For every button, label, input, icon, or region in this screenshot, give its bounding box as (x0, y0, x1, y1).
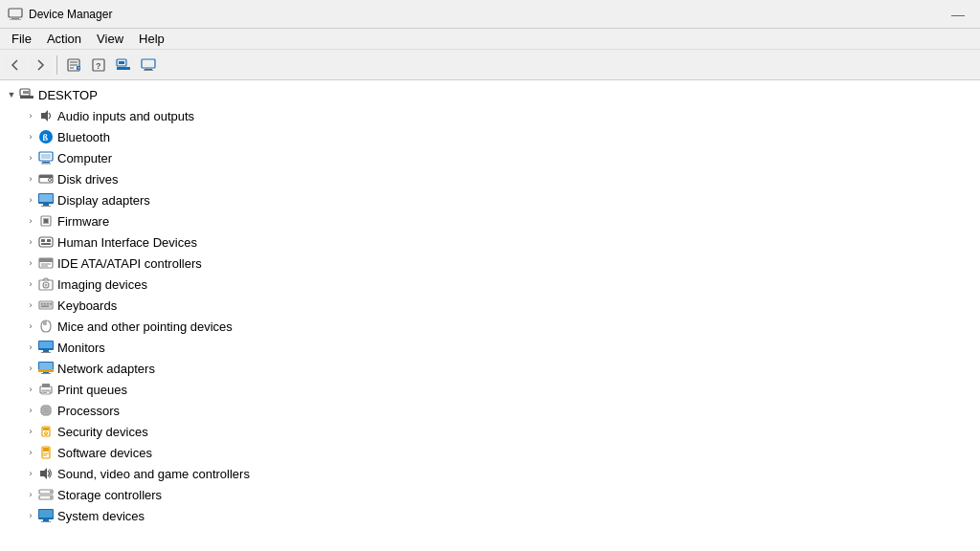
expander-monitors[interactable]: › (23, 340, 38, 355)
svg-rect-26 (41, 164, 51, 165)
svg-rect-33 (41, 206, 51, 207)
forward-button[interactable] (29, 54, 52, 77)
expander-computer[interactable]: › (23, 150, 38, 165)
expander-firmware[interactable]: › (23, 213, 38, 229)
expander-ide[interactable]: › (23, 255, 38, 271)
toolbar-separator-1 (56, 55, 57, 75)
expander-print[interactable]: › (23, 382, 38, 397)
svg-rect-58 (39, 342, 53, 348)
tree-root-desktop[interactable]: ▼ DESKTOP (0, 84, 980, 105)
help-button[interactable]: ? (87, 54, 110, 77)
tree-item-imaging[interactable]: › Imaging devices (0, 274, 980, 295)
tree-item-hid[interactable]: › Human Interface Devices (0, 231, 980, 253)
expander-sound[interactable]: › (23, 466, 38, 481)
tree-item-keyboard[interactable]: › Keyboards (0, 295, 980, 316)
svg-rect-53 (41, 306, 49, 308)
menu-view[interactable]: View (89, 30, 131, 48)
svg-point-29 (49, 179, 52, 182)
tree-item-computer[interactable]: › Computer (0, 147, 980, 168)
expander-imaging[interactable]: › (23, 276, 38, 292)
tree-item-print[interactable]: › Print queues (0, 379, 980, 400)
menu-action[interactable]: Action (39, 30, 89, 48)
hid-label: Human Interface Devices (57, 235, 197, 250)
minimize-button[interactable]: — (944, 5, 972, 24)
tree-item-disk[interactable]: › Disk drives (0, 168, 980, 189)
tree-item-network[interactable]: › Network adapters (0, 358, 980, 379)
expander-display[interactable]: › (23, 192, 38, 208)
tree-item-display[interactable]: › Display adapters (0, 189, 980, 210)
keyboard-label: Keyboards (57, 298, 117, 313)
tree-item-firmware[interactable]: › Firmware (0, 210, 980, 231)
tree-item-storage[interactable]: › Storage controllers (0, 484, 980, 505)
tree-item-software[interactable]: › Software devices (0, 442, 980, 463)
menu-help[interactable]: Help (131, 30, 172, 48)
svg-rect-0 (9, 9, 22, 17)
svg-rect-59 (43, 350, 49, 352)
svg-rect-52 (47, 303, 49, 305)
mouse-icon (38, 319, 54, 334)
menu-file[interactable]: File (4, 30, 39, 48)
svg-rect-56 (43, 321, 46, 325)
tree-item-system[interactable]: › System devices (0, 505, 980, 526)
processor-icon (38, 403, 54, 418)
svg-rect-14 (142, 59, 155, 68)
expander-disk[interactable]: › (23, 171, 38, 187)
desktop-label: DESKTOP (38, 88, 98, 102)
expander-system[interactable]: › (23, 508, 38, 523)
storage-label: Storage controllers (57, 488, 162, 502)
svg-rect-64 (41, 373, 51, 374)
svg-rect-99 (39, 510, 53, 518)
audio-icon (38, 108, 54, 123)
network-label: Network adapters (57, 362, 155, 376)
expander-keyboard[interactable]: › (23, 298, 38, 313)
disk-label: Disk drives (57, 172, 119, 187)
tree-item-security[interactable]: › Security devices (0, 421, 980, 442)
svg-rect-18 (20, 96, 33, 99)
svg-text:ß: ß (43, 132, 49, 143)
sound-label: Sound, video and game controllers (57, 467, 250, 481)
computer-icon (38, 150, 54, 165)
svg-rect-36 (44, 219, 48, 223)
main-panel: ▼ DESKTOP › Audio inputs and outputs (0, 80, 980, 551)
expander-processors[interactable]: › (23, 403, 38, 418)
expander-storage[interactable]: › (23, 487, 38, 502)
svg-rect-37 (39, 237, 53, 247)
svg-rect-42 (39, 258, 53, 262)
tree-item-sound[interactable]: › Sound, video and game controllers (0, 463, 980, 484)
expander-security[interactable]: › (23, 424, 38, 439)
security-icon (38, 424, 54, 439)
svg-rect-12 (117, 67, 130, 70)
tree-item-bluetooth[interactable]: › ß Bluetooth (0, 126, 980, 147)
expander-hid[interactable]: › (23, 234, 38, 250)
expander-desktop[interactable]: ▼ (4, 87, 19, 102)
storage-icon (38, 487, 54, 502)
back-button[interactable] (4, 54, 27, 77)
svg-marker-20 (41, 110, 48, 121)
properties-button[interactable]: ? (62, 54, 85, 77)
app-icon (8, 7, 23, 22)
bluetooth-label: Bluetooth (57, 130, 110, 144)
update-driver-button[interactable] (112, 54, 135, 77)
tree-item-audio[interactable]: › Audio inputs and outputs (0, 105, 980, 126)
expander-audio[interactable]: › (23, 108, 38, 123)
system-icon (38, 508, 54, 523)
expander-network[interactable]: › (23, 361, 38, 376)
ide-label: IDE ATA/ATAPI controllers (57, 256, 202, 271)
mice-label: Mice and other pointing devices (57, 320, 233, 334)
svg-marker-93 (40, 468, 47, 479)
title-bar-left: Device Manager (8, 7, 112, 22)
svg-rect-50 (41, 303, 43, 305)
monitor-button[interactable] (137, 54, 160, 77)
toolbar: ? ? (0, 50, 980, 80)
tree-item-processors[interactable]: › Proces (0, 400, 980, 421)
tree-item-monitors[interactable]: › Monitors (0, 337, 980, 358)
svg-point-47 (45, 284, 48, 287)
svg-rect-86 (43, 428, 49, 430)
tree-item-mice[interactable]: › Mice and other pointing devices (0, 316, 980, 337)
svg-text:?: ? (96, 61, 101, 71)
expander-software[interactable]: › (23, 445, 38, 460)
tree-item-ide[interactable]: › IDE ATA/ATAPI controllers (0, 253, 980, 274)
expander-bluetooth[interactable]: › (23, 129, 38, 144)
keyboard-icon (38, 298, 54, 313)
expander-mice[interactable]: › (23, 319, 38, 334)
